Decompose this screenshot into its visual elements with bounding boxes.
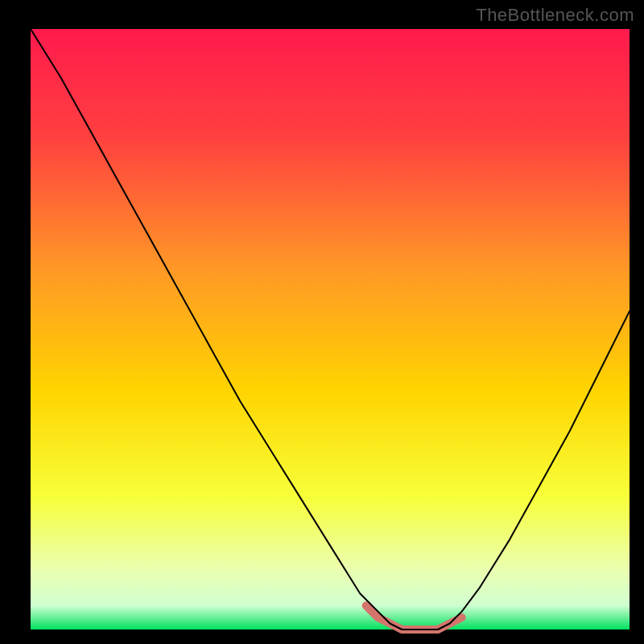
plot-background [31, 29, 630, 630]
watermark-text: TheBottleneck.com [476, 5, 634, 26]
chart-frame: TheBottleneck.com [0, 0, 644, 644]
chart-svg [0, 0, 644, 644]
